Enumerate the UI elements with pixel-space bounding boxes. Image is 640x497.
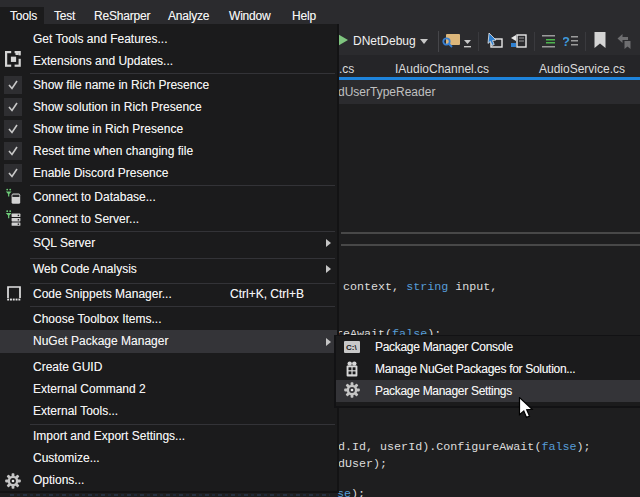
svg-text:?: ? <box>563 34 570 49</box>
svg-text:C:\: C:\ <box>346 343 357 352</box>
